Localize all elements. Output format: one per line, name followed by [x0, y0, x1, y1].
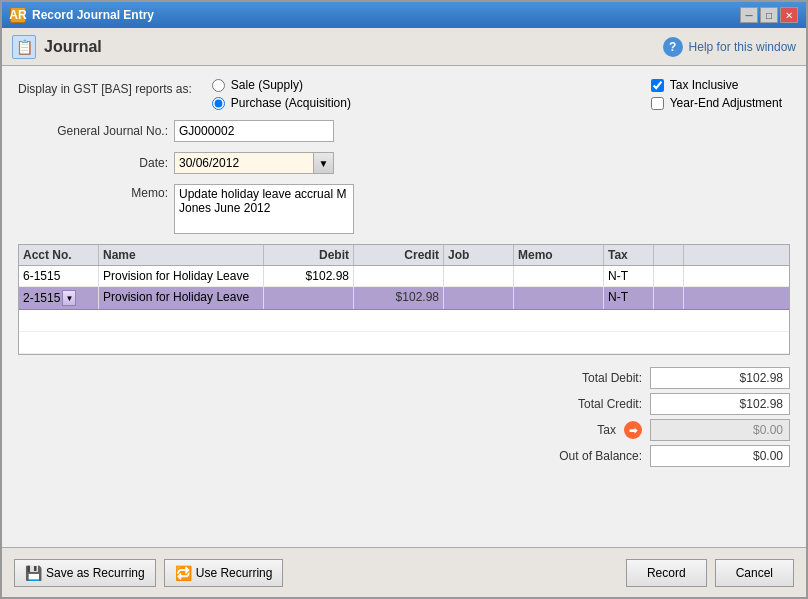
help-button[interactable]: ? Help for this window — [663, 37, 796, 57]
save-recurring-icon: 💾 — [25, 565, 42, 581]
sale-radio[interactable] — [212, 79, 225, 92]
cell-memo-2 — [514, 287, 604, 309]
year-end-label: Year-End Adjustment — [670, 96, 782, 110]
col-extra — [654, 245, 684, 265]
help-circle-icon: ? — [663, 37, 683, 57]
cancel-button[interactable]: Cancel — [715, 559, 794, 587]
table-row-empty-1[interactable] — [19, 310, 789, 332]
sale-label: Sale (Supply) — [231, 78, 303, 92]
total-credit-row: Total Credit: $102.98 — [450, 393, 790, 415]
date-row: Date: ▼ — [18, 152, 790, 174]
gst-label: Display in GST [BAS] reports as: — [18, 78, 192, 100]
col-name: Name — [99, 245, 264, 265]
cell-name-1: Provision for Holiday Leave — [99, 266, 264, 286]
tax-inclusive-group: Tax Inclusive — [651, 78, 782, 92]
balance-row: Out of Balance: $0.00 — [450, 445, 790, 467]
sale-radio-group: Sale (Supply) — [212, 78, 351, 92]
col-debit: Debit — [264, 245, 354, 265]
total-debit-row: Total Debit: $102.98 — [450, 367, 790, 389]
cell-acct-1: 6-1515 — [19, 266, 99, 286]
cell-extra-2 — [654, 287, 684, 309]
total-credit-value: $102.98 — [650, 393, 790, 415]
cell-debit-1: $102.98 — [264, 266, 354, 286]
tax-icon: ➡ — [624, 421, 642, 439]
save-recurring-label: Save as Recurring — [46, 566, 145, 580]
col-memo: Memo — [514, 245, 604, 265]
table-row-empty-2[interactable] — [19, 332, 789, 354]
year-end-checkbox[interactable] — [651, 97, 664, 110]
year-end-group: Year-End Adjustment — [651, 96, 782, 110]
purchase-radio-group: Purchase (Acquisition) — [212, 96, 351, 110]
cell-memo-1 — [514, 266, 604, 286]
journal-no-label: General Journal No.: — [18, 124, 168, 138]
col-credit: Credit — [354, 245, 444, 265]
cell-credit-2: $102.98 — [354, 287, 444, 309]
total-debit-value: $102.98 — [650, 367, 790, 389]
window-title: Record Journal Entry — [32, 8, 154, 22]
close-button[interactable]: ✕ — [780, 7, 798, 23]
content-area: Display in GST [BAS] reports as: Sale (S… — [2, 66, 806, 547]
toolbar-title: Journal — [44, 38, 102, 56]
cell-tax-1: N-T — [604, 266, 654, 286]
total-debit-label: Total Debit: — [512, 371, 642, 385]
cell-tax-2: N-T — [604, 287, 654, 309]
journal-icon: 📋 — [12, 35, 36, 59]
date-label: Date: — [18, 156, 168, 170]
cell-acct-2: 2-1515 ▼ — [19, 287, 99, 309]
save-recurring-button[interactable]: 💾 Save as Recurring — [14, 559, 156, 587]
title-bar-controls: ─ □ ✕ — [740, 7, 798, 23]
date-picker-button[interactable]: ▼ — [314, 152, 334, 174]
gst-options: Sale (Supply) Purchase (Acquisition) — [212, 78, 351, 110]
cell-job-2 — [444, 287, 514, 309]
date-wrapper: ▼ — [174, 152, 334, 174]
col-tax: Tax — [604, 245, 654, 265]
checkboxes-col: Tax Inclusive Year-End Adjustment — [651, 78, 782, 110]
journal-table: Acct No. Name Debit Credit Job Memo Tax … — [18, 244, 790, 355]
toolbar-left: 📋 Journal — [12, 35, 102, 59]
help-label: Help for this window — [689, 40, 796, 54]
tax-inclusive-checkbox[interactable] — [651, 79, 664, 92]
cell-job-1 — [444, 266, 514, 286]
table-header: Acct No. Name Debit Credit Job Memo Tax — [19, 245, 789, 266]
record-button[interactable]: Record — [626, 559, 707, 587]
total-credit-label: Total Credit: — [512, 397, 642, 411]
bottom-left: 💾 Save as Recurring 🔁 Use Recurring — [14, 559, 283, 587]
tax-row: Tax ➡ $0.00 — [450, 419, 790, 441]
title-bar-left: AR Record Journal Entry — [10, 7, 154, 23]
memo-row: Memo: Update holiday leave accrual M Jon… — [18, 184, 790, 234]
use-recurring-label: Use Recurring — [196, 566, 273, 580]
balance-value: $0.00 — [650, 445, 790, 467]
purchase-radio[interactable] — [212, 97, 225, 110]
use-recurring-icon: 🔁 — [175, 565, 192, 581]
tax-inclusive-label: Tax Inclusive — [670, 78, 739, 92]
cell-credit-1 — [354, 266, 444, 286]
tax-value: $0.00 — [650, 419, 790, 441]
purchase-label: Purchase (Acquisition) — [231, 96, 351, 110]
bottom-bar: 💾 Save as Recurring 🔁 Use Recurring Reco… — [2, 547, 806, 597]
acct-value-2: 2-1515 — [23, 291, 60, 305]
main-window: AR Record Journal Entry ─ □ ✕ 📋 Journal … — [0, 0, 808, 599]
bottom-right: Record Cancel — [626, 559, 794, 587]
toolbar: 📋 Journal ? Help for this window — [2, 28, 806, 66]
use-recurring-button[interactable]: 🔁 Use Recurring — [164, 559, 284, 587]
cell-name-2: Provision for Holiday Leave — [99, 287, 264, 309]
memo-label: Memo: — [18, 184, 168, 200]
memo-input[interactable]: Update holiday leave accrual M Jones Jun… — [174, 184, 354, 234]
acct-dropdown-button[interactable]: ▼ — [62, 290, 76, 306]
minimize-button[interactable]: ─ — [740, 7, 758, 23]
table-row[interactable]: 2-1515 ▼ Provision for Holiday Leave $10… — [19, 287, 789, 310]
col-job: Job — [444, 245, 514, 265]
date-input[interactable] — [174, 152, 314, 174]
table-body: 6-1515 Provision for Holiday Leave $102.… — [19, 266, 789, 354]
col-acct: Acct No. — [19, 245, 99, 265]
acct-with-dropdown: 2-1515 ▼ — [23, 290, 94, 306]
tax-label: Tax — [486, 423, 616, 437]
journal-no-row: General Journal No.: — [18, 120, 790, 142]
maximize-button[interactable]: □ — [760, 7, 778, 23]
table-row[interactable]: 6-1515 Provision for Holiday Leave $102.… — [19, 266, 789, 287]
title-bar: AR Record Journal Entry ─ □ ✕ — [2, 2, 806, 28]
cell-debit-2 — [264, 287, 354, 309]
cell-extra-1 — [654, 266, 684, 286]
journal-no-input[interactable] — [174, 120, 334, 142]
window-icon: AR — [10, 7, 26, 23]
